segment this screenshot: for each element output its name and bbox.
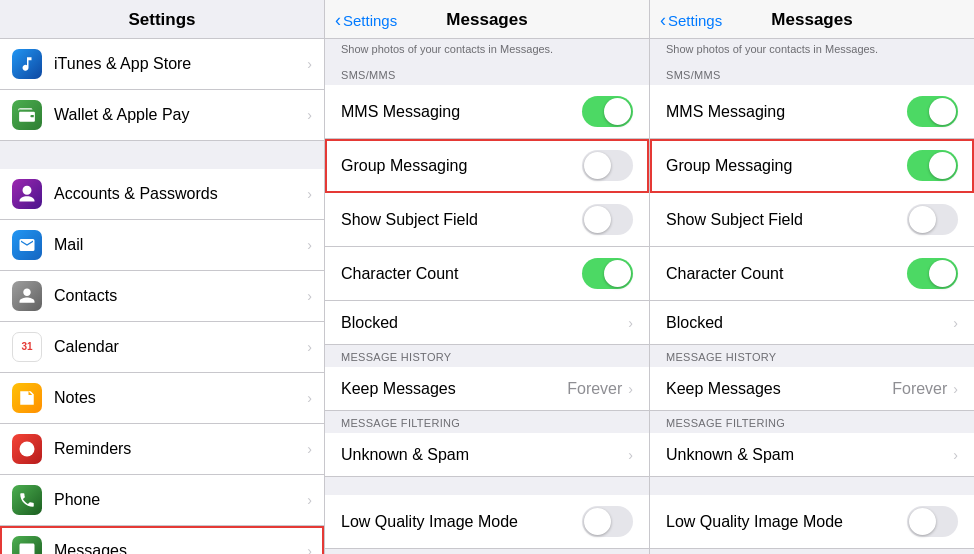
- itunes-icon: [12, 49, 42, 79]
- blocked-label-right: Blocked: [666, 314, 953, 332]
- row-charcount-left[interactable]: Character Count: [325, 247, 649, 301]
- lowquality-caption-right: When this is on, images sent will be low…: [650, 549, 974, 554]
- spam-chevron-left: ›: [628, 447, 633, 463]
- panels: ‹ Settings Messages Show photos of your …: [325, 0, 974, 554]
- sidebar-item-reminders[interactable]: Reminders ›: [0, 424, 324, 475]
- spacer-left: [325, 477, 649, 495]
- back-button-right[interactable]: ‹ Settings: [660, 10, 722, 31]
- row-blocked-right[interactable]: Blocked ›: [650, 301, 974, 345]
- calendar-icon: 31: [12, 332, 42, 362]
- panel-right: ‹ Settings Messages Show photos of your …: [650, 0, 974, 554]
- row-blocked-left[interactable]: Blocked ›: [325, 301, 649, 345]
- wallet-icon: [12, 100, 42, 130]
- chevron-icon: ›: [307, 56, 312, 72]
- charcount-toggle-right[interactable]: [907, 258, 958, 289]
- keepmessages-value-left: Forever: [567, 380, 622, 398]
- back-label-right: Settings: [668, 12, 722, 29]
- history-label-right: MESSAGE HISTORY: [650, 345, 974, 367]
- back-chevron-icon-right: ‹: [660, 10, 666, 31]
- reminders-label: Reminders: [54, 440, 307, 458]
- group-toggle-left[interactable]: [582, 150, 633, 181]
- notes-icon: [12, 383, 42, 413]
- row-mms-right[interactable]: MMS Messaging: [650, 85, 974, 139]
- sidebar-title: Settings: [0, 0, 324, 39]
- row-group-right[interactable]: Group Messaging: [650, 139, 974, 193]
- sidebar-item-contacts[interactable]: Contacts ›: [0, 271, 324, 322]
- keepmessages-chevron-left: ›: [628, 381, 633, 397]
- group-label-left: Group Messaging: [341, 157, 582, 175]
- keepmessages-label-left: Keep Messages: [341, 380, 567, 398]
- wallet-label: Wallet & Apple Pay: [54, 106, 307, 124]
- group-toggle-right[interactable]: [907, 150, 958, 181]
- charcount-label-right: Character Count: [666, 265, 907, 283]
- phone-label: Phone: [54, 491, 307, 509]
- lowquality-toggle-left[interactable]: [582, 506, 633, 537]
- charcount-label-left: Character Count: [341, 265, 582, 283]
- mms-label-right: MMS Messaging: [666, 103, 907, 121]
- blocked-label-left: Blocked: [341, 314, 628, 332]
- sms-mms-label-right: SMS/MMS: [650, 63, 974, 85]
- chevron-icon: ›: [307, 288, 312, 304]
- row-mms-left[interactable]: MMS Messaging: [325, 85, 649, 139]
- sidebar-item-wallet[interactable]: Wallet & Apple Pay ›: [0, 90, 324, 141]
- charcount-toggle-left[interactable]: [582, 258, 633, 289]
- row-subject-right[interactable]: Show Subject Field: [650, 193, 974, 247]
- subject-toggle-right[interactable]: [907, 204, 958, 235]
- spam-label-left: Unknown & Spam: [341, 446, 628, 464]
- row-keepmessages-left[interactable]: Keep Messages Forever ›: [325, 367, 649, 411]
- chevron-icon: ›: [307, 186, 312, 202]
- lowquality-label-left: Low Quality Image Mode: [341, 513, 582, 531]
- subject-toggle-left[interactable]: [582, 204, 633, 235]
- spacer-right: [650, 477, 974, 495]
- row-lowquality-right[interactable]: Low Quality Image Mode: [650, 495, 974, 549]
- sidebar-item-phone[interactable]: Phone ›: [0, 475, 324, 526]
- sidebar-item-mail[interactable]: Mail ›: [0, 220, 324, 271]
- history-label-left: MESSAGE HISTORY: [325, 345, 649, 367]
- chevron-icon: ›: [307, 390, 312, 406]
- mms-toggle-right[interactable]: [907, 96, 958, 127]
- sidebar-item-itunes[interactable]: iTunes & App Store ›: [0, 39, 324, 90]
- accounts-label: Accounts & Passwords: [54, 185, 307, 203]
- mms-label-left: MMS Messaging: [341, 103, 582, 121]
- mail-label: Mail: [54, 236, 307, 254]
- chevron-icon: ›: [307, 339, 312, 355]
- itunes-label: iTunes & App Store: [54, 55, 307, 73]
- panel-right-header: ‹ Settings Messages: [650, 0, 974, 39]
- row-subject-left[interactable]: Show Subject Field: [325, 193, 649, 247]
- top-caption-right: Show photos of your contacts in Messages…: [650, 39, 974, 63]
- phone-icon: [12, 485, 42, 515]
- panel-right-body: Show photos of your contacts in Messages…: [650, 39, 974, 554]
- blocked-chevron-left: ›: [628, 315, 633, 331]
- back-button-left[interactable]: ‹ Settings: [335, 10, 397, 31]
- sidebar-item-messages[interactable]: Messages ›: [0, 526, 324, 554]
- messages-icon: [12, 536, 42, 554]
- row-group-left[interactable]: Group Messaging: [325, 139, 649, 193]
- contacts-label: Contacts: [54, 287, 307, 305]
- sms-mms-label-left: SMS/MMS: [325, 63, 649, 85]
- keepmessages-chevron-right: ›: [953, 381, 958, 397]
- row-keepmessages-right[interactable]: Keep Messages Forever ›: [650, 367, 974, 411]
- chevron-icon: ›: [307, 492, 312, 508]
- keepmessages-value-right: Forever: [892, 380, 947, 398]
- panel-left-body: Show photos of your contacts in Messages…: [325, 39, 649, 554]
- back-label-left: Settings: [343, 12, 397, 29]
- chevron-icon: ›: [307, 543, 312, 554]
- sidebar: Settings iTunes & App Store › Wallet & A…: [0, 0, 325, 554]
- row-lowquality-left[interactable]: Low Quality Image Mode: [325, 495, 649, 549]
- panel-left-header: ‹ Settings Messages: [325, 0, 649, 39]
- sidebar-items: iTunes & App Store › Wallet & Apple Pay …: [0, 39, 324, 554]
- sidebar-item-calendar[interactable]: 31 Calendar ›: [0, 322, 324, 373]
- mail-icon: [12, 230, 42, 260]
- filtering-label-left: MESSAGE FILTERING: [325, 411, 649, 433]
- messages-label: Messages: [54, 542, 307, 554]
- row-spam-right[interactable]: Unknown & Spam ›: [650, 433, 974, 477]
- lowquality-toggle-right[interactable]: [907, 506, 958, 537]
- panel-right-title: Messages: [771, 10, 852, 30]
- row-charcount-right[interactable]: Character Count: [650, 247, 974, 301]
- mms-toggle-left[interactable]: [582, 96, 633, 127]
- top-caption-left: Show photos of your contacts in Messages…: [325, 39, 649, 63]
- row-spam-left[interactable]: Unknown & Spam ›: [325, 433, 649, 477]
- accounts-icon: [12, 179, 42, 209]
- sidebar-item-notes[interactable]: Notes ›: [0, 373, 324, 424]
- sidebar-item-accounts[interactable]: Accounts & Passwords ›: [0, 169, 324, 220]
